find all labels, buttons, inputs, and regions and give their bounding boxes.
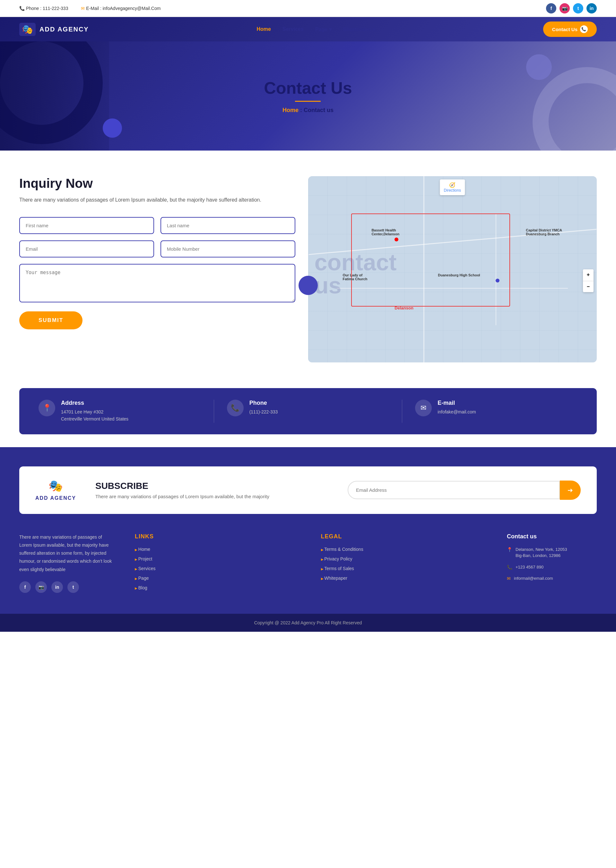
footer-legal-sales: Terms of Sales bbox=[321, 566, 488, 571]
footer-logo: 🎭 ADD AGENCY bbox=[35, 479, 76, 501]
footer-privacy-anchor[interactable]: Privacy Policy bbox=[324, 556, 352, 562]
hero-content: Contact Us Home : Contact us bbox=[264, 78, 352, 114]
breadcrumb-home[interactable]: Home bbox=[283, 107, 299, 113]
map-label-delanson: Delanson bbox=[394, 306, 413, 311]
linkedin-icon[interactable]: in bbox=[586, 3, 597, 14]
footer-email-icon: ✉ bbox=[507, 576, 511, 581]
footer-logo-text: ADD AGENCY bbox=[35, 495, 76, 501]
footer-location-icon: 📍 bbox=[507, 547, 512, 552]
footer-link-page: Page bbox=[135, 575, 302, 581]
footer-legal-privacy: Privacy Policy bbox=[321, 556, 488, 562]
footer-bottom: There are many variations of passages of… bbox=[19, 533, 597, 595]
inquiry-form-area: Inquiry Now There are many variations of… bbox=[19, 176, 308, 375]
top-bar: 📞 Phone : 111-222-333 ✉ E-Mail : infoAdv… bbox=[0, 0, 616, 17]
email-info: ✉ E-Mail : infoAdvegagency@Mail.Com bbox=[81, 6, 160, 11]
mobile-input[interactable] bbox=[160, 240, 295, 257]
footer-legal-terms: Terms & Conditions bbox=[321, 546, 488, 552]
subscribe-content: SUBSCRIBE There are many variations of p… bbox=[95, 481, 328, 499]
inquiry-description: There are many variations of passages of… bbox=[19, 196, 295, 204]
logo-icon: 🎭 bbox=[19, 23, 36, 36]
dot-decoration-2 bbox=[526, 54, 552, 80]
info-phone: 📞 Phone (111)-222-333 bbox=[227, 400, 390, 416]
phone-info: 📞 Phone : 111-222-333 bbox=[19, 6, 68, 11]
instagram-icon[interactable]: 📷 bbox=[559, 3, 570, 14]
message-textarea[interactable] bbox=[19, 264, 295, 302]
footer-linkedin-icon[interactable]: in bbox=[51, 581, 63, 593]
footer-email-detail: ✉ informail@email.com bbox=[507, 575, 597, 582]
dot-decoration-1 bbox=[103, 118, 122, 138]
nav-links: Home Services Page ▾ Shortcodes ▾ bbox=[257, 26, 375, 32]
footer: 🎭 ADD AGENCY SUBSCRIBE There are many va… bbox=[0, 447, 616, 614]
footer-address-detail: 📍 Delanson, New York, 12053Big-Ban, Lond… bbox=[507, 546, 597, 559]
map-zoom-in[interactable]: + bbox=[583, 269, 594, 280]
email-input[interactable] bbox=[19, 240, 154, 257]
footer-link-page-anchor[interactable]: Page bbox=[138, 576, 149, 581]
info-address-text: Address 14701 Lee Hwy #302Centreville Ve… bbox=[61, 400, 129, 423]
first-name-input[interactable] bbox=[19, 217, 154, 234]
nav-home[interactable]: Home bbox=[257, 26, 271, 32]
footer-link-services-anchor[interactable]: Services bbox=[138, 566, 156, 571]
footer-sales-anchor[interactable]: Terms of Sales bbox=[324, 566, 354, 571]
footer-phone-icon: 📞 bbox=[507, 565, 512, 570]
copyright-bar: Copyright @ 2022 Add Agency Pro All Righ… bbox=[0, 614, 616, 632]
last-name-input[interactable] bbox=[160, 217, 295, 234]
info-email-text: E-mail infofake@mail.com bbox=[437, 400, 476, 415]
form-row-name bbox=[19, 217, 295, 234]
info-address: 📍 Address 14701 Lee Hwy #302Centreville … bbox=[39, 400, 201, 423]
footer-link-blog: Blog bbox=[135, 585, 302, 591]
subscribe-email-input[interactable] bbox=[348, 481, 560, 499]
footer-legal-list: Terms & Conditions Privacy Policy Terms … bbox=[321, 546, 488, 581]
submit-button[interactable]: SUBMIT bbox=[19, 311, 82, 330]
footer-address-text: Delanson, New York, 12053Big-Ban, London… bbox=[515, 546, 567, 559]
map-placeholder: Bassett HealthCenter,Delanson Capital Di… bbox=[308, 176, 597, 363]
hero-underline bbox=[295, 101, 321, 102]
map-label-3: Our Lady ofFatima Church bbox=[343, 273, 367, 281]
logo-text: ADD AGENCY bbox=[39, 26, 89, 33]
footer-link-project: Project bbox=[135, 556, 302, 562]
hero-title: Contact Us bbox=[264, 78, 352, 97]
footer-twitter-icon[interactable]: t bbox=[68, 581, 79, 593]
subscribe-button[interactable]: ➔ bbox=[560, 480, 581, 500]
twitter-icon[interactable]: t bbox=[573, 3, 583, 14]
map-label-1: Bassett HealthCenter,Delanson bbox=[371, 228, 399, 236]
footer-link-home-anchor[interactable]: Home bbox=[138, 547, 150, 552]
footer-instagram-icon[interactable]: 📷 bbox=[35, 581, 47, 593]
hero-banner: Contact Us Home : Contact us bbox=[0, 41, 616, 151]
inquiry-section: Inquiry Now There are many variations of… bbox=[0, 151, 616, 375]
subscribe-description: There are many variations of passages of… bbox=[95, 494, 328, 499]
footer-links-col: LINKS Home Project Services Page Blog bbox=[135, 533, 302, 595]
nav-page[interactable]: Page ▾ bbox=[315, 26, 332, 32]
info-phone-text: Phone (111)-222-333 bbox=[250, 400, 278, 415]
map-boundary bbox=[351, 213, 510, 306]
map-directions-label: Directions bbox=[444, 188, 461, 193]
navbar: 🎭 ADD AGENCY Home Services Page ▾ Shortc… bbox=[0, 17, 616, 41]
nav-services[interactable]: Services bbox=[283, 26, 304, 32]
dot-mid-decoration bbox=[299, 276, 318, 295]
map-zoom-out[interactable]: − bbox=[583, 281, 594, 292]
footer-link-blog-anchor[interactable]: Blog bbox=[138, 585, 147, 590]
footer-link-project-anchor[interactable]: Project bbox=[138, 556, 152, 562]
map-label-4: Duanesburg High School bbox=[438, 273, 480, 277]
footer-whitepaper-anchor[interactable]: Whitepaper bbox=[324, 576, 347, 581]
map-zoom-controls: + − bbox=[583, 269, 594, 292]
footer-terms-anchor[interactable]: Terms & Conditions bbox=[324, 547, 363, 552]
footer-link-services: Services bbox=[135, 566, 302, 571]
contact-us-button[interactable]: Contact Us 📞 bbox=[543, 22, 597, 37]
social-icons: f 📷 t in bbox=[546, 3, 597, 14]
footer-phone-detail: 📞 +123 4567 890 bbox=[507, 564, 597, 570]
nav-shortcodes[interactable]: Shortcodes ▾ bbox=[343, 26, 375, 32]
footer-social: f 📷 in t bbox=[19, 581, 116, 593]
email-icon-info: ✉ bbox=[415, 400, 432, 416]
map-directions-btn[interactable]: 🧭 Directions bbox=[440, 179, 465, 195]
footer-facebook-icon[interactable]: f bbox=[19, 581, 31, 593]
map-area: Bassett HealthCenter,Delanson Capital Di… bbox=[308, 176, 597, 375]
footer-legal-col: LEGAL Terms & Conditions Privacy Policy … bbox=[321, 533, 488, 595]
info-bar: 📍 Address 14701 Lee Hwy #302Centreville … bbox=[19, 388, 597, 434]
footer-legal-whitepaper: Whitepaper bbox=[321, 575, 488, 581]
form-row-contact bbox=[19, 240, 295, 257]
email-icon: ✉ bbox=[81, 6, 85, 11]
info-email: ✉ E-mail infofake@mail.com bbox=[415, 400, 577, 416]
footer-about: There are many variations of passages of… bbox=[19, 533, 116, 595]
subscribe-box: 🎭 ADD AGENCY SUBSCRIBE There are many va… bbox=[19, 466, 597, 514]
facebook-icon[interactable]: f bbox=[546, 3, 556, 14]
